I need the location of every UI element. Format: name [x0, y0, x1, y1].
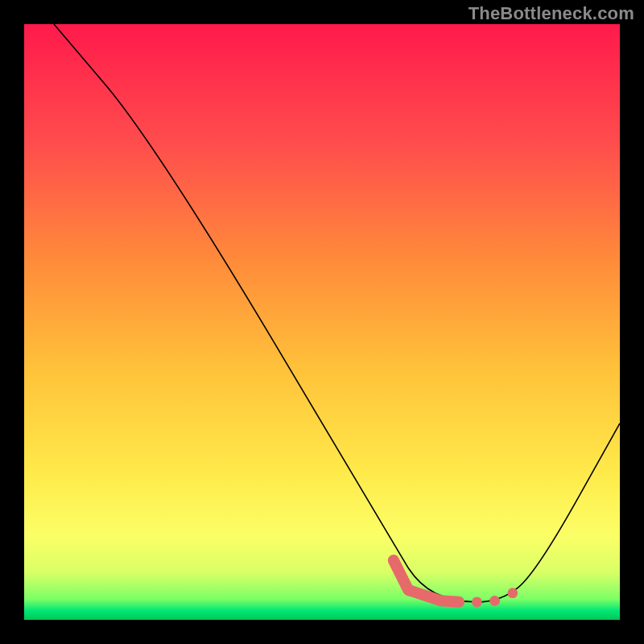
highlight-dot [507, 588, 518, 598]
watermark-label: TheBottleneck.com [469, 3, 634, 24]
chart-plot-area [24, 24, 620, 620]
gradient-background [24, 24, 620, 620]
highlight-dot [472, 597, 482, 607]
chart-svg [24, 24, 620, 620]
chart-frame: TheBottleneck.com [0, 0, 644, 644]
highlight-dot [489, 596, 500, 606]
